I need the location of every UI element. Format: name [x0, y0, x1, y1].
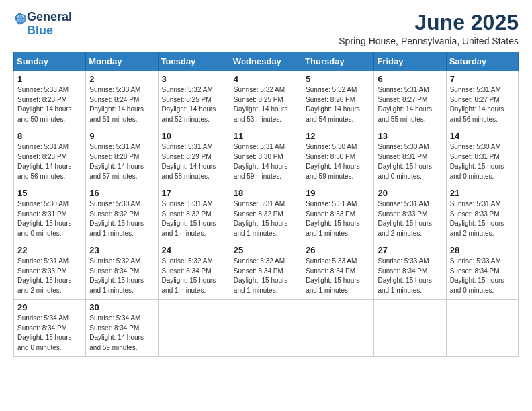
day-number-18: 18 [234, 188, 298, 198]
day-cell-12: 12Sunrise: 5:30 AMSunset: 8:30 PMDayligh… [302, 128, 374, 185]
day-cell-25: 25Sunrise: 5:32 AMSunset: 8:34 PMDayligh… [230, 242, 302, 300]
week-row-5: 29Sunrise: 5:34 AMSunset: 8:34 PMDayligh… [14, 300, 519, 357]
week-row-3: 15Sunrise: 5:30 AMSunset: 8:31 PMDayligh… [14, 185, 519, 242]
day-info-20: Sunrise: 5:31 AMSunset: 8:33 PMDaylight:… [378, 199, 442, 238]
day-number-30: 30 [89, 302, 154, 312]
day-info-28: Sunrise: 5:33 AMSunset: 8:34 PMDaylight:… [450, 257, 515, 295]
empty-cell [230, 300, 302, 357]
day-info-21: Sunrise: 5:31 AMSunset: 8:33 PMDaylight:… [450, 199, 515, 238]
day-number-23: 23 [89, 245, 154, 255]
day-info-1: Sunrise: 5:33 AMSunset: 8:23 PMDaylight:… [17, 85, 82, 124]
day-cell-3: 3Sunrise: 5:32 AMSunset: 8:25 PMDaylight… [158, 71, 230, 128]
day-number-8: 8 [17, 131, 82, 141]
month-title: June 2025 [339, 11, 519, 34]
day-cell-26: 26Sunrise: 5:33 AMSunset: 8:34 PMDayligh… [302, 242, 374, 300]
location-title: Spring House, Pennsylvania, United State… [339, 36, 519, 46]
day-cell-17: 17Sunrise: 5:31 AMSunset: 8:32 PMDayligh… [158, 185, 230, 242]
day-number-16: 16 [89, 188, 154, 198]
day-cell-9: 9Sunrise: 5:31 AMSunset: 8:28 PMDaylight… [86, 128, 158, 185]
day-cell-14: 14Sunrise: 5:30 AMSunset: 8:31 PMDayligh… [446, 128, 518, 185]
day-number-9: 9 [89, 131, 154, 141]
day-number-5: 5 [306, 74, 370, 84]
day-cell-24: 24Sunrise: 5:32 AMSunset: 8:34 PMDayligh… [158, 242, 230, 300]
day-cell-7: 7Sunrise: 5:31 AMSunset: 8:27 PMDaylight… [446, 71, 518, 128]
day-info-6: Sunrise: 5:31 AMSunset: 8:27 PMDaylight:… [378, 85, 442, 124]
day-info-7: Sunrise: 5:31 AMSunset: 8:27 PMDaylight:… [450, 85, 515, 124]
header: General Blue June 2025 Spring House, Pen… [13, 11, 519, 46]
day-info-15: Sunrise: 5:30 AMSunset: 8:31 PMDaylight:… [17, 199, 82, 238]
logo-blue: Blue [27, 24, 72, 38]
day-number-4: 4 [234, 74, 298, 84]
day-info-24: Sunrise: 5:32 AMSunset: 8:34 PMDaylight:… [162, 257, 226, 295]
day-info-25: Sunrise: 5:32 AMSunset: 8:34 PMDaylight:… [234, 257, 298, 295]
day-cell-13: 13Sunrise: 5:30 AMSunset: 8:31 PMDayligh… [374, 128, 446, 185]
title-block: June 2025 Spring House, Pennsylvania, Un… [339, 11, 519, 46]
day-info-5: Sunrise: 5:32 AMSunset: 8:26 PMDaylight:… [306, 85, 370, 124]
day-cell-16: 16Sunrise: 5:30 AMSunset: 8:32 PMDayligh… [86, 185, 158, 242]
header-sunday: Sunday [14, 52, 86, 71]
header-friday: Friday [374, 52, 446, 71]
day-info-8: Sunrise: 5:31 AMSunset: 8:28 PMDaylight:… [17, 142, 82, 181]
day-number-25: 25 [234, 245, 298, 255]
calendar: Sunday Monday Tuesday Wednesday Thursday… [13, 52, 519, 357]
day-info-30: Sunrise: 5:34 AMSunset: 8:34 PMDaylight:… [89, 314, 154, 353]
logo: General Blue [13, 11, 72, 38]
day-number-2: 2 [89, 74, 154, 84]
day-number-24: 24 [162, 245, 226, 255]
day-cell-10: 10Sunrise: 5:31 AMSunset: 8:29 PMDayligh… [158, 128, 230, 185]
empty-cell [302, 300, 374, 357]
day-number-14: 14 [450, 131, 515, 141]
empty-cell [374, 300, 446, 357]
logo-general: General [27, 11, 72, 24]
day-number-6: 6 [378, 74, 442, 84]
day-cell-21: 21Sunrise: 5:31 AMSunset: 8:33 PMDayligh… [446, 185, 518, 242]
day-info-11: Sunrise: 5:31 AMSunset: 8:30 PMDaylight:… [234, 142, 298, 181]
day-cell-6: 6Sunrise: 5:31 AMSunset: 8:27 PMDaylight… [374, 71, 446, 128]
day-info-4: Sunrise: 5:32 AMSunset: 8:25 PMDaylight:… [234, 85, 298, 124]
day-info-19: Sunrise: 5:31 AMSunset: 8:33 PMDaylight:… [306, 199, 370, 238]
day-cell-2: 2Sunrise: 5:33 AMSunset: 8:24 PMDaylight… [86, 71, 158, 128]
day-info-14: Sunrise: 5:30 AMSunset: 8:31 PMDaylight:… [450, 142, 515, 181]
day-cell-5: 5Sunrise: 5:32 AMSunset: 8:26 PMDaylight… [302, 71, 374, 128]
empty-cell [158, 300, 230, 357]
week-row-4: 22Sunrise: 5:31 AMSunset: 8:33 PMDayligh… [14, 242, 519, 300]
day-number-22: 22 [17, 245, 82, 255]
day-cell-19: 19Sunrise: 5:31 AMSunset: 8:33 PMDayligh… [302, 185, 374, 242]
day-number-10: 10 [162, 131, 226, 141]
day-cell-23: 23Sunrise: 5:32 AMSunset: 8:34 PMDayligh… [86, 242, 158, 300]
day-number-27: 27 [378, 245, 442, 255]
day-info-26: Sunrise: 5:33 AMSunset: 8:34 PMDaylight:… [306, 257, 370, 295]
day-cell-27: 27Sunrise: 5:33 AMSunset: 8:34 PMDayligh… [374, 242, 446, 300]
day-info-9: Sunrise: 5:31 AMSunset: 8:28 PMDaylight:… [89, 142, 154, 181]
day-number-1: 1 [17, 74, 82, 84]
day-cell-29: 29Sunrise: 5:34 AMSunset: 8:34 PMDayligh… [14, 300, 86, 357]
empty-cell [446, 300, 518, 357]
day-cell-11: 11Sunrise: 5:31 AMSunset: 8:30 PMDayligh… [230, 128, 302, 185]
header-monday: Monday [86, 52, 158, 71]
logo-icon [15, 12, 27, 26]
day-info-10: Sunrise: 5:31 AMSunset: 8:29 PMDaylight:… [162, 142, 226, 181]
day-info-2: Sunrise: 5:33 AMSunset: 8:24 PMDaylight:… [89, 85, 154, 124]
day-number-20: 20 [378, 188, 442, 198]
day-number-19: 19 [306, 188, 370, 198]
weekday-header-row: Sunday Monday Tuesday Wednesday Thursday… [14, 52, 519, 71]
day-number-12: 12 [306, 131, 370, 141]
day-info-29: Sunrise: 5:34 AMSunset: 8:34 PMDaylight:… [17, 314, 82, 353]
day-number-13: 13 [378, 131, 442, 141]
page: General Blue June 2025 Spring House, Pen… [0, 0, 532, 411]
day-cell-22: 22Sunrise: 5:31 AMSunset: 8:33 PMDayligh… [14, 242, 86, 300]
day-info-12: Sunrise: 5:30 AMSunset: 8:30 PMDaylight:… [306, 142, 370, 181]
day-cell-1: 1Sunrise: 5:33 AMSunset: 8:23 PMDaylight… [14, 71, 86, 128]
day-info-16: Sunrise: 5:30 AMSunset: 8:32 PMDaylight:… [89, 199, 154, 238]
day-info-22: Sunrise: 5:31 AMSunset: 8:33 PMDaylight:… [17, 257, 82, 295]
day-number-21: 21 [450, 188, 515, 198]
day-number-28: 28 [450, 245, 515, 255]
logo-text: General Blue [27, 11, 72, 38]
day-cell-8: 8Sunrise: 5:31 AMSunset: 8:28 PMDaylight… [14, 128, 86, 185]
day-number-11: 11 [234, 131, 298, 141]
day-info-18: Sunrise: 5:31 AMSunset: 8:32 PMDaylight:… [234, 199, 298, 238]
day-cell-30: 30Sunrise: 5:34 AMSunset: 8:34 PMDayligh… [86, 300, 158, 357]
day-info-17: Sunrise: 5:31 AMSunset: 8:32 PMDaylight:… [162, 199, 226, 238]
day-info-23: Sunrise: 5:32 AMSunset: 8:34 PMDaylight:… [89, 257, 154, 295]
day-number-26: 26 [306, 245, 370, 255]
